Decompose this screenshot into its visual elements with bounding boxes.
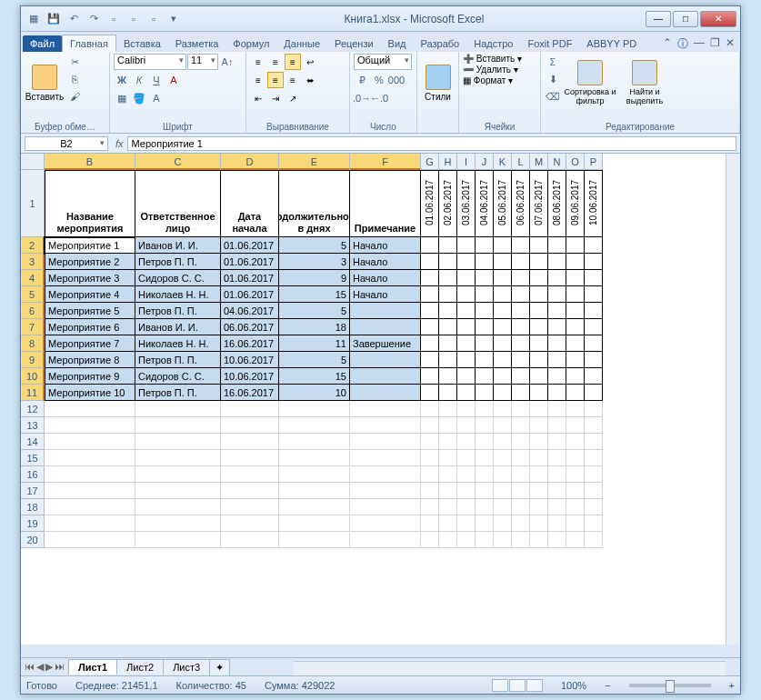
zoom-slider[interactable] [629,684,711,687]
currency-icon[interactable]: ₽ [354,72,370,88]
empty-cell[interactable] [439,335,457,352]
empty-cell[interactable] [585,515,603,532]
empty-cell[interactable] [279,532,350,548]
tab-abbyy[interactable]: ABBYY PD [579,35,644,52]
empty-cell[interactable] [476,270,494,286]
empty-cell[interactable] [548,466,566,483]
date-header-cell[interactable]: 08.06.2017 [548,170,566,237]
empty-cell[interactable] [457,270,476,286]
empty-cell[interactable] [45,466,135,483]
data-cell[interactable]: Мероприятие 3 [45,270,135,286]
tab-layout[interactable]: Разметка [168,35,226,52]
date-header-cell[interactable]: 07.06.2017 [530,170,548,237]
empty-cell[interactable] [585,466,603,483]
data-cell[interactable]: 01.06.2017 [221,270,279,286]
empty-cell[interactable] [439,466,457,483]
empty-cell[interactable] [494,286,512,303]
empty-cell[interactable] [135,450,221,466]
sheet-tab-3[interactable]: Лист3 [163,659,210,675]
empty-cell[interactable] [439,417,457,434]
empty-cell[interactable] [421,499,439,515]
empty-cell[interactable] [421,532,439,548]
empty-cell[interactable] [421,237,439,254]
window-restore-icon[interactable]: ❐ [710,36,720,52]
row-header-1[interactable]: 1 [21,170,45,237]
empty-cell[interactable] [457,254,476,270]
page-layout-view-icon[interactable] [509,679,526,692]
empty-cell[interactable] [457,286,476,303]
empty-cell[interactable] [530,270,548,286]
tab-addins[interactable]: Надстро [466,35,520,52]
col-header-H[interactable]: H [439,154,457,170]
data-cell[interactable]: 5 [279,352,350,368]
empty-cell[interactable] [512,303,530,319]
empty-cell[interactable] [548,254,566,270]
row-header-6[interactable]: 6 [21,303,45,319]
empty-cell[interactable] [421,303,439,319]
indent-right-icon[interactable]: ⇥ [267,90,284,106]
empty-cell[interactable] [530,466,548,483]
header-cell[interactable]: Ответственное лицо [135,170,221,237]
empty-cell[interactable] [548,417,566,434]
empty-cell[interactable] [421,319,439,335]
header-cell[interactable]: Примечание [350,170,421,237]
data-cell[interactable] [350,368,421,385]
qat-icon[interactable]: ▫ [105,10,123,28]
empty-cell[interactable] [457,385,476,401]
data-cell[interactable]: Петров П. П. [135,303,221,319]
empty-cell[interactable] [135,515,221,532]
empty-cell[interactable] [494,237,512,254]
empty-cell[interactable] [476,303,494,319]
new-sheet-icon[interactable]: ✦ [209,659,230,675]
empty-cell[interactable] [476,417,494,434]
empty-cell[interactable] [457,499,476,515]
row-header-17[interactable]: 17 [21,483,45,499]
align-center-icon[interactable]: ≡ [267,72,284,88]
empty-cell[interactable] [585,270,603,286]
name-box[interactable]: B2 [25,136,108,151]
empty-cell[interactable] [439,515,457,532]
data-cell[interactable]: Иванов И. И. [135,237,221,254]
empty-cell[interactable] [530,434,548,450]
data-cell[interactable]: 15 [279,368,350,385]
empty-cell[interactable] [476,466,494,483]
empty-cell[interactable] [279,483,350,499]
empty-cell[interactable] [530,483,548,499]
empty-cell[interactable] [494,254,512,270]
date-header-cell[interactable]: 04.06.2017 [476,170,494,237]
empty-cell[interactable] [494,368,512,385]
header-cell[interactable]: Продолжительность в днях [279,170,350,237]
col-header-K[interactable]: K [494,154,512,170]
empty-cell[interactable] [512,499,530,515]
empty-cell[interactable] [439,352,457,368]
data-cell[interactable]: Мероприятие 9 [45,368,135,385]
empty-cell[interactable] [585,368,603,385]
empty-cell[interactable] [439,254,457,270]
autosum-icon[interactable]: Σ [545,54,561,70]
empty-cell[interactable] [350,499,421,515]
row-header-10[interactable]: 10 [21,368,45,385]
header-cell[interactable]: Название мероприятия [45,170,135,237]
data-cell[interactable]: Иванов И. И. [135,319,221,335]
help-icon[interactable]: ⓘ [677,36,688,52]
merge-icon[interactable]: ⬌ [302,72,318,88]
empty-cell[interactable] [476,368,494,385]
data-cell[interactable] [350,385,421,401]
empty-cell[interactable] [439,499,457,515]
empty-cell[interactable] [279,434,350,450]
empty-cell[interactable] [476,401,494,417]
empty-cell[interactable] [566,515,585,532]
empty-cell[interactable] [585,303,603,319]
empty-cell[interactable] [585,385,603,401]
col-header-O[interactable]: O [566,154,585,170]
empty-cell[interactable] [135,483,221,499]
empty-cell[interactable] [439,401,457,417]
empty-cell[interactable] [585,417,603,434]
normal-view-icon[interactable] [492,679,508,692]
data-cell[interactable]: Завершение [350,335,421,352]
empty-cell[interactable] [566,254,585,270]
empty-cell[interactable] [350,515,421,532]
empty-cell[interactable] [350,434,421,450]
empty-cell[interactable] [512,237,530,254]
empty-cell[interactable] [45,417,135,434]
